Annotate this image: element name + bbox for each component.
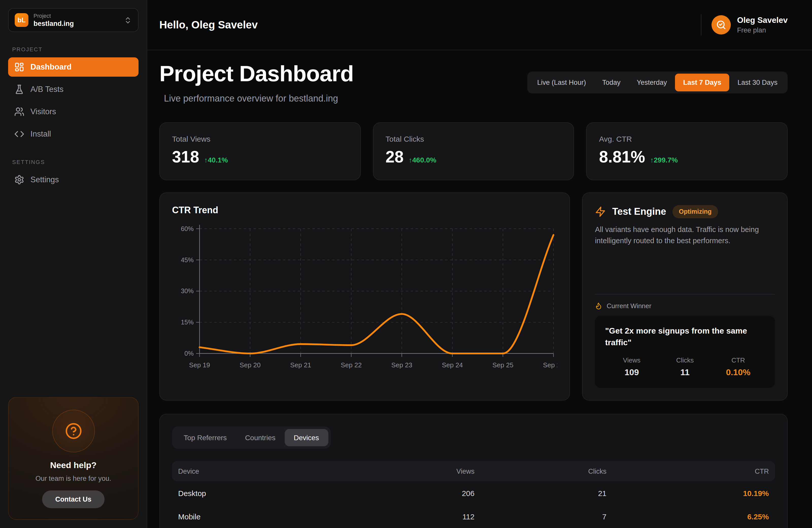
tab-last-7-days[interactable]: Last 7 Days xyxy=(675,74,729,91)
test-engine-description: All variants have enough data. Traffic i… xyxy=(595,224,775,246)
search-check-icon xyxy=(716,20,726,30)
page-header: Project Dashboard Live performance overv… xyxy=(159,61,788,104)
x-tick-label: Sep 25 xyxy=(493,361,513,369)
sidebar-item-install[interactable]: Install xyxy=(8,124,139,144)
winner-stats: Views 109 Clicks 11 CTR 0.10% xyxy=(605,356,765,378)
stat-value: 8.81% xyxy=(599,148,645,167)
cell-clicks: 7 xyxy=(475,512,607,520)
winner-stat-ctr: CTR 0.10% xyxy=(711,356,765,378)
ctr-line-series xyxy=(200,235,553,354)
current-winner-text: Current Winner xyxy=(607,302,651,310)
winner-stat-value: 0.10% xyxy=(711,368,765,378)
table-row[interactable]: Mobile 112 7 6.25% xyxy=(172,505,775,528)
x-tick-label: Sep 19 xyxy=(189,361,210,369)
avatar xyxy=(712,15,731,34)
cell-ctr: 10.19% xyxy=(607,489,769,497)
table-row[interactable]: Desktop 206 21 10.19% xyxy=(172,481,775,505)
chart-title: CTR Trend xyxy=(172,205,557,216)
user-menu[interactable]: Oleg Savelev Free plan xyxy=(701,14,788,35)
stat-value: 28 xyxy=(386,148,404,167)
header-divider xyxy=(701,14,701,35)
stat-label: Avg. CTR xyxy=(599,134,775,143)
ctr-chart-svg: 0%15%30%45%60%Sep 19Sep 20Sep 21Sep 22Se… xyxy=(172,222,557,375)
cell-views: 112 xyxy=(363,512,475,520)
status-badge: Optimizing xyxy=(672,205,718,218)
winner-stat-value: 109 xyxy=(605,368,658,378)
project-selector-meta: Project bestland.ing xyxy=(33,13,119,27)
y-tick-label: 30% xyxy=(181,287,193,295)
code-icon xyxy=(14,129,24,139)
help-title: Need help? xyxy=(18,460,129,471)
winner-stat-label: Clicks xyxy=(658,356,711,364)
sidebar-item-settings[interactable]: Settings xyxy=(8,170,139,189)
tab-top-referrers[interactable]: Top Referrers xyxy=(175,429,236,446)
help-icon-circle xyxy=(52,410,95,452)
x-tick-label: Sep 22 xyxy=(341,361,362,369)
sidebar-item-label: Dashboard xyxy=(30,62,72,72)
winner-card: "Get 2x more signups from the same traff… xyxy=(595,315,775,388)
cell-device: Mobile xyxy=(178,512,363,520)
stat-label: Total Clicks xyxy=(386,134,561,143)
tab-yesterday[interactable]: Yesterday xyxy=(628,74,675,91)
current-winner-label: Current Winner xyxy=(595,302,775,310)
column-header-device: Device xyxy=(178,467,363,475)
stat-card-total-clicks: Total Clicks 28 ↑460.0% xyxy=(373,122,574,180)
column-header-clicks: Clicks xyxy=(475,467,607,475)
winner-stat-clicks: Clicks 11 xyxy=(658,356,711,378)
sidebar-item-ab-tests[interactable]: A/B Tests xyxy=(8,80,139,99)
tab-live-last-hour[interactable]: Live (Last Hour) xyxy=(529,74,594,91)
brand-logo: bL xyxy=(15,13,28,27)
project-selector-value: bestland.ing xyxy=(33,20,119,27)
y-tick-label: 45% xyxy=(181,256,193,263)
stat-card-avg-ctr: Avg. CTR 8.81% ↑299.7% xyxy=(586,122,788,180)
stat-value: 318 xyxy=(172,148,199,167)
tab-last-30-days[interactable]: Last 30 Days xyxy=(729,74,786,91)
project-selector[interactable]: bL Project bestland.ing xyxy=(8,8,139,32)
page-title-block: Project Dashboard Live performance overv… xyxy=(159,61,353,104)
x-tick-label: Sep 26 xyxy=(543,361,557,369)
tab-devices[interactable]: Devices xyxy=(285,429,328,446)
x-tick-label: Sep 24 xyxy=(442,361,463,369)
tab-today[interactable]: Today xyxy=(594,74,628,91)
y-tick-label: 15% xyxy=(181,318,193,326)
chevrons-up-down-icon xyxy=(124,16,132,24)
layout-dashboard-icon xyxy=(14,62,24,72)
x-tick-label: Sep 20 xyxy=(240,361,261,369)
greeting: Hello, Oleg Savelev xyxy=(159,19,258,31)
cell-clicks: 21 xyxy=(475,489,607,497)
help-subtitle: Our team is here for you. xyxy=(18,475,129,482)
gear-icon xyxy=(14,175,24,185)
winner-stat-views: Views 109 xyxy=(605,356,658,378)
winner-quote: "Get 2x more signups from the same traff… xyxy=(605,325,765,348)
zap-icon xyxy=(595,206,606,217)
devices-table: Device Views Clicks CTR Desktop 206 21 1… xyxy=(172,461,775,528)
contact-us-button[interactable]: Contact Us xyxy=(42,490,105,508)
table-header-row: Device Views Clicks CTR xyxy=(172,461,775,481)
sidebar-item-label: Settings xyxy=(30,175,59,184)
cell-device: Desktop xyxy=(178,489,363,497)
column-header-views: Views xyxy=(363,467,475,475)
sidebar-item-label: A/B Tests xyxy=(30,85,63,94)
cell-ctr: 6.25% xyxy=(607,512,769,520)
users-icon xyxy=(14,106,24,117)
breakdown-card: Top Referrers Countries Devices Device V… xyxy=(159,414,788,528)
winner-stat-value: 11 xyxy=(658,368,711,378)
column-header-ctr: CTR xyxy=(607,467,769,475)
winner-stat-label: Views xyxy=(605,356,658,364)
flask-icon xyxy=(14,84,24,95)
top-bar: Hello, Oleg Savelev Oleg Savelev Free pl… xyxy=(147,0,812,50)
sidebar-section-settings: SETTINGS xyxy=(12,159,134,165)
cell-views: 206 xyxy=(363,489,475,497)
sidebar: bL Project bestland.ing PROJECT Dashboar… xyxy=(0,0,147,528)
sidebar-item-dashboard[interactable]: Dashboard xyxy=(8,57,139,77)
tab-countries[interactable]: Countries xyxy=(236,429,285,446)
sidebar-section-project: PROJECT xyxy=(12,46,134,52)
y-tick-label: 60% xyxy=(181,225,193,232)
sidebar-item-visitors[interactable]: Visitors xyxy=(8,102,139,122)
page-subtitle: Live performance overview for bestland.i… xyxy=(164,94,353,104)
stat-delta: ↑40.1% xyxy=(204,156,228,164)
user-name: Oleg Savelev xyxy=(737,16,788,25)
help-card: Need help? Our team is here for you. Con… xyxy=(8,397,139,520)
circle-question-icon xyxy=(65,423,82,440)
y-tick-label: 0% xyxy=(185,350,193,357)
